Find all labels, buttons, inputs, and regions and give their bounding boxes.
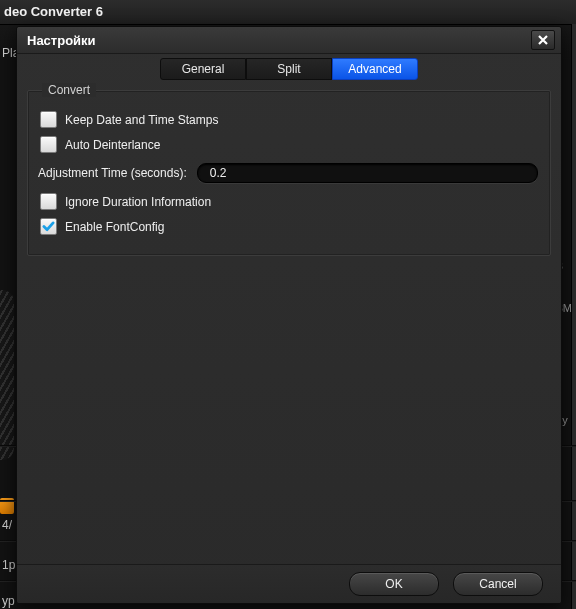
convert-group: Convert Keep Date and Time Stamps Auto D… xyxy=(27,90,551,256)
checkbox-enable-fontconfig[interactable] xyxy=(40,218,57,235)
row-ignore-duration: Ignore Duration Information xyxy=(40,193,538,210)
app-title: deo Converter 6 xyxy=(0,0,576,24)
label-ignore-duration: Ignore Duration Information xyxy=(65,195,211,209)
label-enable-fontconfig: Enable FontConfig xyxy=(65,220,164,234)
tab-general[interactable]: General xyxy=(160,58,246,80)
tab-split[interactable]: Split xyxy=(246,58,332,80)
row-auto-deinterlace: Auto Deinterlance xyxy=(40,136,538,153)
label-auto-deinterlace: Auto Deinterlance xyxy=(65,138,160,152)
label-keep-stamps: Keep Date and Time Stamps xyxy=(65,113,218,127)
row-keep-stamps: Keep Date and Time Stamps xyxy=(40,111,538,128)
label-adjustment-time: Adjustment Time (seconds): xyxy=(38,166,187,180)
dialog-title: Настройки xyxy=(27,33,96,48)
checkbox-ignore-duration[interactable] xyxy=(40,193,57,210)
decorative-ridges xyxy=(0,290,14,460)
dialog-content: Convert Keep Date and Time Stamps Auto D… xyxy=(27,90,551,564)
settings-dialog: Настройки General Split Advanced Convert… xyxy=(16,26,562,604)
bg-text: yp xyxy=(2,594,15,608)
close-button[interactable] xyxy=(531,30,555,50)
close-icon xyxy=(538,35,548,45)
ok-button[interactable]: OK xyxy=(349,572,439,596)
bg-text: 1p xyxy=(2,558,15,572)
row-adjustment-time: Adjustment Time (seconds): 0.2 xyxy=(38,163,538,183)
input-adjustment-time[interactable]: 0.2 xyxy=(197,163,538,183)
checkbox-auto-deinterlace[interactable] xyxy=(40,136,57,153)
group-title: Convert xyxy=(42,83,96,97)
dialog-titlebar: Настройки xyxy=(17,27,561,54)
dialog-footer: OK Cancel xyxy=(17,564,561,603)
checkbox-keep-stamps[interactable] xyxy=(40,111,57,128)
row-enable-fontconfig: Enable FontConfig xyxy=(40,218,538,235)
bg-text: 4/ xyxy=(2,518,12,532)
check-icon xyxy=(42,221,55,232)
tab-advanced[interactable]: Advanced xyxy=(332,58,418,80)
tabs: General Split Advanced xyxy=(17,54,561,84)
cancel-button[interactable]: Cancel xyxy=(453,572,543,596)
background-scrollbar[interactable] xyxy=(571,24,576,609)
